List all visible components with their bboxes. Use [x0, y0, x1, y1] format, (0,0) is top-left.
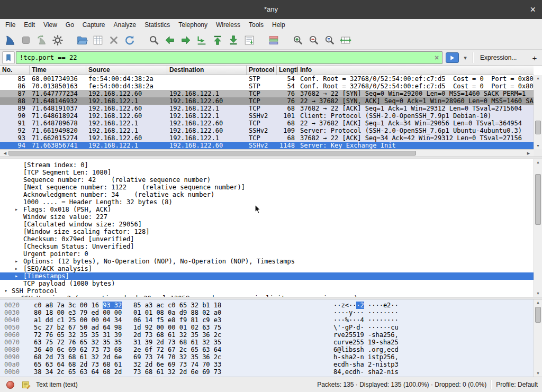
menu-capture[interactable]: Capture	[78, 19, 110, 31]
hex-byte[interactable]: 85	[133, 302, 141, 309]
hex-byte[interactable]: 75	[214, 324, 221, 331]
start-capture-button[interactable]	[2, 32, 18, 48]
detail-line[interactable]: ▾SSH Protocol	[0, 287, 534, 295]
hex-byte[interactable]: 63	[80, 368, 87, 376]
hex-byte[interactable]: 61	[114, 361, 122, 368]
scrollbar-thumb[interactable]	[535, 174, 541, 225]
hex-byte[interactable]: 74	[191, 361, 198, 368]
hex-ascii[interactable]: ········	[368, 309, 399, 316]
menu-file[interactable]: File	[1, 19, 20, 31]
scrollbar-thumb[interactable]	[535, 307, 541, 323]
hex-byte[interactable]: 00	[103, 309, 110, 316]
hex-byte[interactable]: 63	[202, 346, 210, 353]
column-header-protocol[interactable]: Protocol	[247, 66, 277, 75]
hex-byte[interactable]: a0	[214, 309, 221, 316]
capture-comment-button[interactable]	[20, 379, 32, 390]
hex-byte[interactable]: 18	[214, 302, 221, 309]
add-filter-button[interactable]: +	[529, 51, 540, 64]
hex-byte[interactable]: 74	[156, 353, 164, 361]
packet-row-91[interactable]: 9171.648789678192.168.122.1192.168.122.6…	[0, 120, 534, 127]
detail-line[interactable]: ▸Flags: 0x018 (PSH, ACK)	[0, 206, 534, 213]
scroll-down-icon[interactable]: ▼	[534, 143, 542, 149]
hex-byte[interactable]: 14	[145, 316, 152, 324]
hex-byte[interactable]: 64	[103, 324, 110, 331]
hex-byte[interactable]: b1	[202, 302, 210, 309]
hex-byte[interactable]: 1d	[133, 324, 141, 331]
hex-byte[interactable]: 68	[103, 361, 110, 368]
detail-line[interactable]: ▸Options: (12 bytes), No-Operation (NOP)…	[0, 258, 534, 265]
hex-byte[interactable]: 2c	[214, 353, 221, 361]
expander-collapsed-icon[interactable]: ▸	[15, 272, 18, 280]
hex-byte[interactable]: dd	[46, 316, 53, 324]
hex-byte[interactable]: 98	[114, 324, 122, 331]
column-header-time[interactable]: Time	[30, 66, 86, 75]
hex-byte[interactable]: 80	[34, 309, 41, 316]
hex-byte[interactable]: 50	[80, 324, 87, 331]
detail-line[interactable]: Checksum: 0x79ed [unverified]	[0, 235, 534, 243]
hex-byte[interactable]: 32	[133, 361, 141, 368]
hex-byte[interactable]: 64	[91, 368, 98, 376]
hex-ascii[interactable]: .org,ecd	[368, 346, 399, 353]
column-header-destination[interactable]: Destination	[167, 66, 247, 75]
hex-byte[interactable]: e3	[68, 309, 76, 316]
hex-byte[interactable]: 35	[114, 339, 122, 346]
hex-ascii[interactable]: ····e2··	[368, 302, 399, 309]
hex-byte[interactable]: 65	[57, 331, 64, 339]
hex-byte[interactable]: 69	[168, 361, 175, 368]
hex-byte[interactable]: 00	[168, 324, 175, 331]
hex-byte[interactable]: 68	[68, 361, 76, 368]
scroll-down-icon[interactable]: ▼	[534, 290, 542, 297]
hex-byte[interactable]: 73	[179, 361, 187, 368]
hex-byte[interactable]: 32	[168, 368, 175, 376]
go-first-button[interactable]	[210, 32, 225, 48]
status-profile[interactable]: Profile: Default	[496, 381, 538, 388]
hex-byte[interactable]: 61	[191, 339, 198, 346]
restart-capture-button[interactable]	[34, 32, 50, 48]
scrollbar-thumb[interactable]	[8, 151, 416, 156]
resize-columns-button[interactable]	[338, 32, 354, 48]
hex-ascii[interactable]: 6@libssh	[333, 346, 364, 353]
hex-byte[interactable]: 5c	[34, 324, 41, 331]
detail-line[interactable]: ▸[Timestamps]	[0, 272, 534, 280]
hex-byte[interactable]: 2e	[133, 346, 141, 353]
packet-row-85[interactable]: 8568.001734936fe:54:00:d4:38:2aSTP54Conf…	[0, 75, 534, 83]
close-icon[interactable]: ×	[530, 0, 536, 19]
packet-list-hscrollbar[interactable]: ◀ ▶	[0, 149, 534, 157]
hex-byte[interactable]: 69	[68, 346, 76, 353]
hex-byte[interactable]: 69	[133, 353, 141, 361]
menu-help[interactable]: Help	[268, 19, 290, 31]
hex-byte[interactable]: 61	[80, 353, 87, 361]
hex-byte[interactable]: e8	[168, 316, 175, 324]
hex-byte[interactable]: 18	[46, 309, 53, 316]
detail-line[interactable]: [Calculated window size: 29056]	[0, 221, 534, 228]
hex-byte[interactable]: 35	[191, 353, 198, 361]
filter-bookmark-button[interactable]	[2, 51, 15, 64]
scroll-right-icon[interactable]: ▶	[525, 150, 532, 157]
hex-byte[interactable]: 32	[91, 353, 98, 361]
hex-ascii[interactable]: 19-sha25	[368, 339, 399, 346]
hex-byte[interactable]: 34	[46, 368, 53, 376]
hex-byte[interactable]: 65	[179, 302, 187, 309]
hex-byte[interactable]: 76	[46, 331, 53, 339]
expander-collapsed-icon[interactable]: ▸	[15, 265, 18, 272]
hex-byte[interactable]: 79	[80, 309, 87, 316]
hex-byte[interactable]: 04	[103, 316, 110, 324]
hex-byte[interactable]: 2d	[179, 368, 187, 376]
detail-line[interactable]: Window size value: 227	[0, 213, 534, 221]
expander-collapsed-icon[interactable]: ▸	[15, 258, 18, 265]
detail-line[interactable]: Urgent pointer: 0	[0, 250, 534, 258]
hex-byte[interactable]: 36	[202, 331, 210, 339]
hex-ascii[interactable]: istp256,	[368, 353, 399, 361]
hex-byte[interactable]: ac	[156, 302, 164, 309]
hex-vscrollbar[interactable]: ▲ ▼	[534, 299, 542, 377]
reload-file-button[interactable]	[122, 32, 138, 48]
menu-analyze[interactable]: Analyze	[110, 19, 141, 31]
hex-byte[interactable]: 00	[80, 316, 87, 324]
hex-byte[interactable]: 32	[191, 302, 198, 309]
menu-tools[interactable]: Tools	[245, 19, 268, 31]
hex-byte[interactable]: c0	[168, 302, 175, 309]
hex-byte[interactable]: 6c	[57, 346, 64, 353]
column-header-info[interactable]: Info	[298, 66, 534, 75]
hex-byte[interactable]: 70	[202, 361, 210, 368]
hex-byte[interactable]: 33	[214, 361, 221, 368]
